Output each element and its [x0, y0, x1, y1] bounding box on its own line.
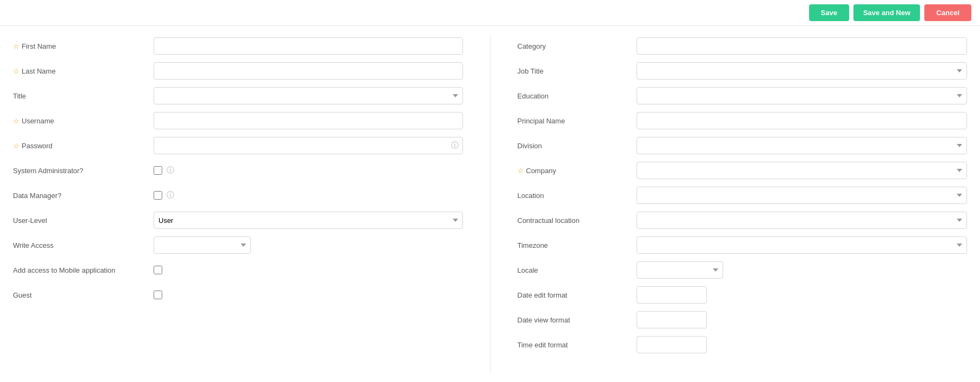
locale-select[interactable]: [637, 261, 723, 279]
first-name-row: ☆ First Name: [13, 35, 463, 57]
job-title-row: Job Title: [518, 60, 968, 82]
data-manager-label: Data Manager?: [13, 192, 154, 200]
time-edit-format-label: Time edit format: [518, 341, 637, 349]
timezone-row: Timezone: [518, 234, 968, 256]
username-input[interactable]: [154, 112, 463, 129]
location-select[interactable]: [637, 187, 968, 204]
timezone-label: Timezone: [518, 241, 637, 249]
last-name-input[interactable]: [154, 62, 463, 80]
contractual-location-select[interactable]: [637, 212, 968, 229]
user-level-label: User-Level: [13, 216, 154, 225]
guest-row: Guest: [13, 284, 463, 306]
mobile-access-row: Add access to Mobile application: [13, 259, 463, 281]
system-admin-row: System Administrator? ⓘ: [13, 159, 463, 182]
write-access-label: Write Access: [13, 241, 154, 249]
save-and-new-button[interactable]: Save and New: [853, 4, 920, 21]
password-row: ☆ Password ⓘ: [13, 134, 463, 157]
user-level-select[interactable]: User Admin: [154, 212, 463, 229]
location-row: Location: [518, 184, 968, 207]
date-edit-format-label: Date edit format: [518, 291, 637, 299]
company-row: ☆ Company: [518, 159, 968, 182]
date-edit-format-input[interactable]: [637, 286, 707, 304]
last-name-required-star: ☆: [13, 67, 19, 75]
company-select[interactable]: [637, 162, 968, 179]
username-row: ☆ Username: [13, 109, 463, 132]
username-label: ☆ Username: [13, 117, 154, 125]
education-row: Education: [518, 84, 968, 107]
division-select[interactable]: [637, 137, 968, 154]
mobile-access-checkbox[interactable]: [154, 266, 162, 274]
date-view-format-row: Date view format: [518, 308, 968, 331]
contractual-location-row: Contractual location: [518, 209, 968, 232]
principal-name-row: Principal Name: [518, 109, 968, 132]
principal-name-input[interactable]: [637, 112, 968, 129]
form-area: ☆ First Name ☆ Last Name Title: [0, 26, 980, 382]
education-select[interactable]: [637, 87, 968, 104]
title-row: Title: [13, 84, 463, 107]
time-edit-format-row: Time edit format: [518, 333, 968, 356]
data-manager-row: Data Manager? ⓘ: [13, 184, 463, 207]
contractual-location-label: Contractual location: [518, 216, 637, 225]
company-label: ☆ Company: [518, 167, 637, 175]
mobile-access-label: Add access to Mobile application: [13, 266, 154, 274]
date-view-format-input[interactable]: [637, 311, 707, 328]
password-required-star: ☆: [13, 142, 19, 150]
header-bar: Save Save and New Cancel: [0, 0, 980, 26]
password-info-icon: ⓘ: [451, 141, 459, 150]
system-admin-info-icon: ⓘ: [167, 166, 174, 175]
principal-name-label: Principal Name: [518, 117, 637, 125]
category-input[interactable]: [637, 37, 968, 55]
left-column: ☆ First Name ☆ Last Name Title: [13, 35, 463, 373]
guest-label: Guest: [13, 291, 154, 299]
cancel-button[interactable]: Cancel: [924, 4, 971, 21]
date-view-format-label: Date view format: [518, 316, 637, 324]
password-input[interactable]: [154, 137, 463, 154]
locale-label: Locale: [518, 266, 637, 274]
education-label: Education: [518, 92, 637, 100]
last-name-label: ☆ Last Name: [13, 67, 154, 75]
title-select[interactable]: [154, 87, 463, 104]
date-edit-format-row: Date edit format: [518, 284, 968, 306]
system-admin-checkbox-row: ⓘ: [154, 166, 174, 175]
guest-checkbox[interactable]: [154, 291, 162, 299]
job-title-select[interactable]: [637, 62, 968, 80]
data-manager-checkbox-row: ⓘ: [154, 190, 174, 200]
data-manager-info-icon: ⓘ: [167, 190, 174, 200]
page: Save Save and New Cancel ☆ First Name ☆ …: [0, 0, 980, 382]
write-access-row: Write Access: [13, 234, 463, 256]
system-admin-checkbox[interactable]: [154, 166, 162, 175]
category-controls: [637, 37, 968, 55]
write-access-select[interactable]: [154, 236, 251, 254]
division-label: Division: [518, 142, 637, 150]
system-admin-label: System Administrator?: [13, 167, 154, 175]
category-row: Category: [518, 35, 968, 57]
category-label: Category: [518, 42, 637, 50]
username-required-star: ☆: [13, 117, 19, 125]
company-required-star: ☆: [518, 167, 524, 175]
data-manager-checkbox[interactable]: [154, 191, 162, 200]
location-label: Location: [518, 192, 637, 200]
division-row: Division: [518, 134, 968, 157]
first-name-label: ☆ First Name: [13, 42, 154, 50]
password-label: ☆ Password: [13, 142, 154, 150]
save-button[interactable]: Save: [809, 4, 849, 21]
first-name-input[interactable]: [154, 37, 463, 55]
user-level-row: User-Level User Admin: [13, 209, 463, 232]
title-label: Title: [13, 92, 154, 100]
locale-row: Locale: [518, 259, 968, 281]
timezone-select[interactable]: [637, 236, 968, 254]
column-divider: [490, 35, 491, 373]
time-edit-format-input[interactable]: [637, 336, 707, 353]
last-name-row: ☆ Last Name: [13, 60, 463, 82]
right-column: Category Job Title Education: [518, 35, 968, 373]
job-title-label: Job Title: [518, 67, 637, 75]
password-field-wrapper: ⓘ: [154, 137, 463, 154]
first-name-required-star: ☆: [13, 42, 19, 50]
